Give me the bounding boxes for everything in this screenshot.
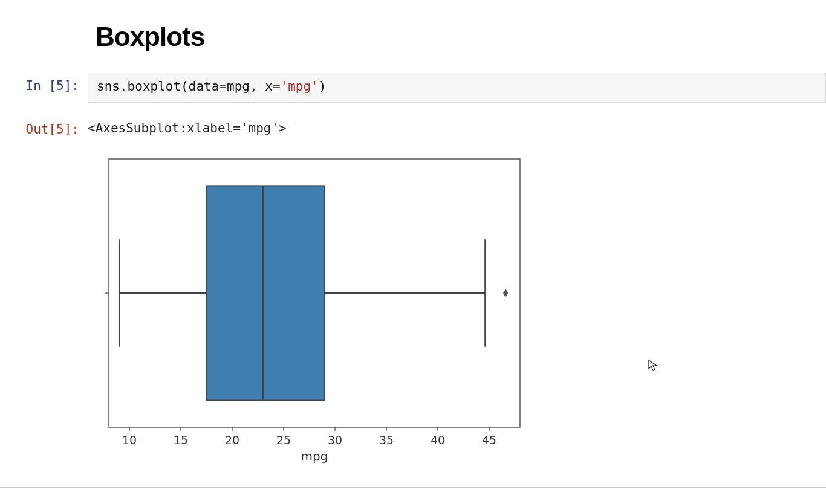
code-token: , (250, 79, 265, 94)
x-tick-label: 30 (328, 433, 342, 447)
code-cell: In [5]: sns.boxplot(data=mpg, x='mpg') (0, 73, 826, 103)
box-iqr (207, 186, 325, 400)
code-token: x (265, 79, 273, 94)
boxplot-chart: 1015202530354045mpg (79, 148, 544, 486)
chart-svg: 1015202530354045mpg (79, 148, 544, 486)
x-tick-label: 10 (122, 433, 137, 447)
x-tick-label: 20 (225, 433, 239, 447)
page-title: Boxplots (96, 22, 204, 52)
code-token: data (189, 79, 220, 94)
output-cell: Out[5]: <AxesSubplot:xlabel='mpg'> (0, 116, 826, 137)
input-prompt: In [5]: (0, 73, 88, 103)
code-token: = (273, 79, 281, 94)
code-token: sns (97, 79, 120, 94)
x-tick-label: 45 (482, 433, 496, 447)
code-token: = (219, 79, 227, 94)
code-token: 'mpg' (281, 79, 319, 94)
code-token: ) (319, 79, 327, 94)
code-token: ( (181, 79, 189, 94)
x-tick-label: 25 (276, 433, 291, 447)
x-tick-label: 35 (379, 433, 394, 447)
cursor-icon (648, 360, 658, 372)
x-tick-label: 40 (431, 433, 445, 447)
code-input-area[interactable]: sns.boxplot(data=mpg, x='mpg') (88, 73, 826, 103)
code-token: mpg (227, 79, 250, 94)
code-token: . (120, 79, 128, 94)
output-prompt: Out[5]: (0, 116, 88, 137)
cell-separator (0, 487, 826, 488)
outlier-marker (504, 289, 508, 297)
output-repr: <AxesSubplot:xlabel='mpg'> (88, 116, 826, 137)
code-token: boxplot (128, 79, 181, 94)
x-axis-label: mpg (301, 449, 328, 464)
x-tick-label: 15 (174, 433, 188, 447)
